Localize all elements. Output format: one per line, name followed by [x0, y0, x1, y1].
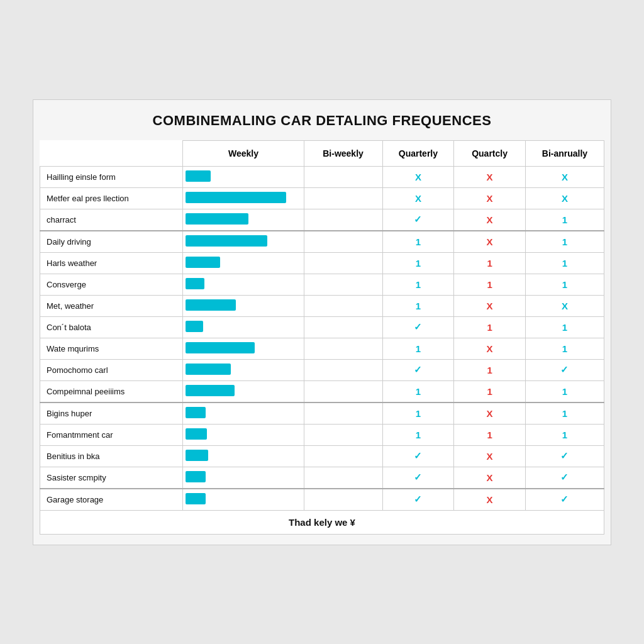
quartcly-cell: X	[454, 445, 526, 467]
bar-cell	[183, 187, 304, 209]
row-label: Harls weather	[40, 252, 183, 274]
quarterly-cell: 1	[382, 252, 454, 274]
bianrually-cell: X	[525, 295, 604, 316]
page-title: COMBINEMALING CAR DETALING FREQUENCES	[40, 113, 604, 129]
bar-cell	[183, 295, 304, 316]
quartcly-cell: X	[454, 467, 526, 489]
bianrually-cell: 1	[525, 402, 604, 425]
bianrually-cell: 1	[525, 338, 604, 359]
quartcly-cell: X	[454, 338, 526, 359]
quartcly-cell: 1	[454, 274, 526, 295]
row-label: Con´t balota	[40, 316, 183, 338]
biweekly-cell	[304, 445, 382, 467]
biweekly-cell	[304, 380, 382, 402]
biweekly-cell	[304, 316, 382, 338]
biweekly-cell	[304, 489, 382, 511]
bar-cell	[183, 380, 304, 402]
bar-cell	[183, 489, 304, 511]
col-header-label	[40, 140, 183, 166]
bianrually-cell: 1	[525, 274, 604, 295]
quarterly-cell: 1	[382, 402, 454, 425]
quarterly-cell: ✓	[382, 359, 454, 380]
quarterly-cell: ✓	[382, 489, 454, 511]
quarterly-cell: ✓	[382, 445, 454, 467]
bar-cell	[183, 252, 304, 274]
quartcly-cell: 1	[454, 380, 526, 402]
bianrually-cell: 1	[525, 209, 604, 231]
quarterly-cell: ✓	[382, 467, 454, 489]
bar-cell	[183, 402, 304, 425]
bar-cell	[183, 231, 304, 253]
row-label: Metfer eal pres llection	[40, 187, 183, 209]
row-label: Fomantmment car	[40, 424, 183, 445]
row-label: Bigins huper	[40, 402, 183, 425]
row-label: Pomochomo carl	[40, 359, 183, 380]
quarterly-cell: ✓	[382, 316, 454, 338]
bar-cell	[183, 467, 304, 489]
bianrually-cell: ✓	[525, 489, 604, 511]
bianrually-cell: 1	[525, 424, 604, 445]
row-label: Daily driving	[40, 231, 183, 253]
quartcly-cell: 1	[454, 252, 526, 274]
bar-cell	[183, 274, 304, 295]
row-label: Benitius in bka	[40, 445, 183, 467]
biweekly-cell	[304, 231, 382, 253]
biweekly-cell	[304, 252, 382, 274]
bianrually-cell: 1	[525, 231, 604, 253]
col-header-biweekly: Bi-weekly	[304, 140, 382, 166]
quarterly-cell: 1	[382, 274, 454, 295]
col-header-weekly: Weekly	[183, 140, 304, 166]
quartcly-cell: X	[454, 187, 526, 209]
bianrually-cell: X	[525, 166, 604, 187]
biweekly-cell	[304, 424, 382, 445]
bianrually-cell: X	[525, 187, 604, 209]
quartcly-cell: X	[454, 166, 526, 187]
quartcly-cell: 1	[454, 359, 526, 380]
quarterly-cell: 1	[382, 295, 454, 316]
quartcly-cell: X	[454, 209, 526, 231]
row-label: Wate mqurims	[40, 338, 183, 359]
row-label: Consverge	[40, 274, 183, 295]
col-header-quartcly: Quartcly	[454, 140, 526, 166]
quarterly-cell: X	[382, 166, 454, 187]
main-card: COMBINEMALING CAR DETALING FREQUENCES We…	[33, 99, 611, 545]
col-header-quarterly: Quarterly	[382, 140, 454, 166]
biweekly-cell	[304, 359, 382, 380]
quarterly-cell: ✓	[382, 209, 454, 231]
bianrually-cell: ✓	[525, 467, 604, 489]
quarterly-cell: X	[382, 187, 454, 209]
bianrually-cell: 1	[525, 316, 604, 338]
col-header-bianrually: Bi-anrually	[525, 140, 604, 166]
row-label: Sasister scmpity	[40, 467, 183, 489]
row-label: charract	[40, 209, 183, 231]
bar-cell	[183, 359, 304, 380]
biweekly-cell	[304, 295, 382, 316]
bianrually-cell: 1	[525, 380, 604, 402]
biweekly-cell	[304, 274, 382, 295]
row-label: Compeimnal peeiiims	[40, 380, 183, 402]
biweekly-cell	[304, 187, 382, 209]
row-label: Garage storage	[40, 489, 183, 511]
bar-cell	[183, 424, 304, 445]
biweekly-cell	[304, 338, 382, 359]
quartcly-cell: 1	[454, 316, 526, 338]
bar-cell	[183, 316, 304, 338]
bianrually-cell: 1	[525, 252, 604, 274]
frequency-table: Weekly Bi-weekly Quarterly Quartcly Bi-a…	[40, 140, 604, 535]
quartcly-cell: X	[454, 231, 526, 253]
bianrually-cell: ✓	[525, 445, 604, 467]
quartcly-cell: X	[454, 402, 526, 425]
quartcly-cell: 1	[454, 424, 526, 445]
footer-text: Thad kely we ¥	[40, 510, 604, 534]
bar-cell	[183, 338, 304, 359]
quarterly-cell: 1	[382, 380, 454, 402]
quarterly-cell: 1	[382, 338, 454, 359]
biweekly-cell	[304, 166, 382, 187]
bianrually-cell: ✓	[525, 359, 604, 380]
row-label: Met, weather	[40, 295, 183, 316]
quarterly-cell: 1	[382, 231, 454, 253]
biweekly-cell	[304, 209, 382, 231]
biweekly-cell	[304, 402, 382, 425]
quarterly-cell: 1	[382, 424, 454, 445]
row-label: Hailling einsle form	[40, 166, 183, 187]
